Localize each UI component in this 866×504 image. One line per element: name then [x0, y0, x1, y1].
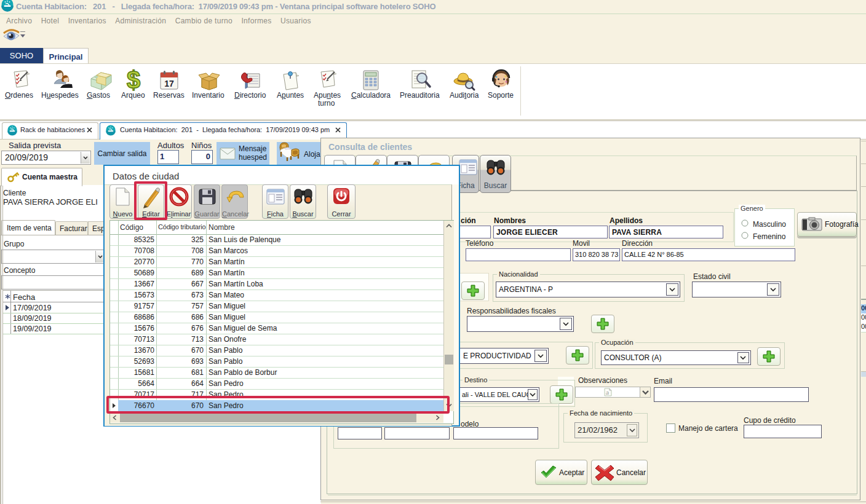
svg-text:$: $ — [127, 66, 140, 93]
svg-text:a: a — [606, 390, 609, 396]
svg-text:17: 17 — [164, 79, 174, 89]
